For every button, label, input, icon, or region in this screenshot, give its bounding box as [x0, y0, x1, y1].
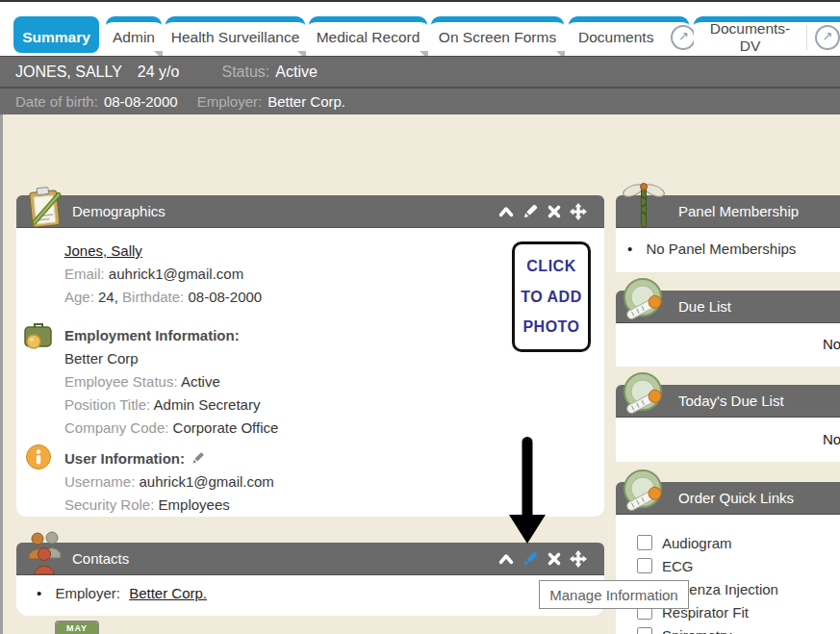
panel-title: Demographics: [72, 203, 165, 219]
contact-employer-label: Employer:: [55, 585, 120, 601]
username-value: auhrick1@gmail.com: [140, 473, 274, 490]
no-panel-memberships-text: No Panel Memberships: [646, 241, 796, 257]
tab-health-surveillance[interactable]: Health Surveillance: [165, 16, 305, 53]
checkbox-spirometry[interactable]: [637, 627, 652, 634]
contacts-header-actions: [497, 550, 587, 568]
manage-information-tooltip: Manage Information: [539, 580, 689, 609]
employer-value: Better Corp.: [267, 93, 345, 110]
quick-link-label[interactable]: Audiogram: [662, 535, 732, 551]
bullet-icon: •: [627, 241, 632, 257]
tab-label: Medical Record: [317, 29, 420, 46]
caduceus-icon: [622, 181, 666, 229]
company-code-value: Corporate Office: [173, 419, 279, 436]
collapse-chevron-up-icon[interactable]: [497, 550, 515, 568]
employee-status-label: Employee Status:: [64, 373, 178, 390]
edit-user-pencil-icon[interactable]: [191, 451, 205, 466]
contacts-people-icon: [25, 530, 64, 574]
tab-medical-record[interactable]: Medical Record: [309, 16, 427, 53]
todays-due-list-partial-text: No: [823, 431, 840, 447]
panel-title: Due List: [678, 298, 731, 315]
quick-link-label[interactable]: ECG: [662, 558, 694, 574]
panel-title: Panel Membership: [678, 203, 799, 219]
quick-link-row: Spirometry: [637, 623, 840, 634]
panel-title: Order Quick Links: [678, 490, 794, 506]
tab-label: Documents-DV: [694, 20, 806, 55]
dob-label: Date of birth:: [15, 93, 98, 110]
checkbox-ecg[interactable]: [637, 558, 652, 573]
patient-detail-bar: Date of birth: 08-08-2000 Employer: Bett…: [0, 89, 840, 114]
left-edge-strip: [0, 114, 3, 634]
age-label: Age:: [64, 289, 94, 305]
employment-section-title: Employment Information:: [64, 327, 240, 343]
tab-label: On Screen Forms: [439, 29, 556, 46]
calendar-month-label: MAY: [57, 622, 97, 634]
tab-admin[interactable]: Admin: [106, 16, 162, 53]
status-label: Status:: [221, 63, 269, 81]
checkbox-audiogram[interactable]: [637, 535, 652, 550]
user-section-title: User Information:: [64, 450, 185, 467]
quick-link-row: ECG: [637, 554, 840, 577]
username-label: Username:: [64, 473, 135, 490]
thermometer-wreath-icon: [620, 369, 666, 419]
order-quick-links-body: Audiogram ECG Influenza Injection Respir…: [616, 515, 840, 634]
pointer-arrow-cursor: [508, 437, 547, 545]
info-icon: [25, 444, 52, 470]
birthdate-label: Birthdate:: [122, 289, 184, 305]
age-value: 24,: [98, 289, 118, 305]
company-code-label: Company Code:: [64, 419, 168, 436]
employer-label: Employer:: [197, 93, 263, 110]
due-list-body: No: [616, 323, 840, 367]
tab-label: Summary: [22, 29, 90, 46]
todays-due-list-body: No: [616, 418, 840, 462]
contact-employer-link[interactable]: Better Corp.: [129, 585, 207, 601]
demographics-header-actions: [497, 203, 587, 220]
edit-pencil-icon-hovered[interactable]: [522, 550, 539, 568]
tab-documents[interactable]: Documents ↗: [569, 16, 689, 53]
panel-membership-body: • No Panel Memberships: [616, 228, 840, 272]
app-window: Summary Admin Health Surveillance Medica…: [0, 0, 840, 634]
employer-name: Better Corp: [64, 350, 139, 367]
panel-title: Contacts: [72, 550, 129, 567]
tab-divider: [806, 25, 807, 50]
status-value: Active: [275, 63, 318, 81]
tab-on-screen-forms[interactable]: On Screen Forms: [431, 16, 564, 53]
add-photo-button[interactable]: CLICK TO ADD PHOTO: [512, 241, 591, 352]
email-value: auhrick1@gmail.com: [109, 266, 243, 282]
tab-label: Admin: [113, 29, 155, 46]
collapse-chevron-up-icon[interactable]: [497, 203, 515, 220]
position-title-value: Admin Secretary: [154, 396, 261, 413]
thermometer-wreath-icon: [620, 275, 666, 325]
close-icon[interactable]: [546, 203, 563, 220]
close-icon[interactable]: [546, 550, 563, 568]
move-icon[interactable]: [570, 550, 587, 568]
position-title-label: Position Title:: [64, 396, 150, 413]
clipboard-icon: [23, 183, 65, 229]
dob-value: 08-08-2000: [104, 93, 178, 110]
external-link-icon[interactable]: ↗: [815, 25, 840, 50]
quick-link-label[interactable]: Spirometry: [662, 627, 732, 634]
patient-name: JONES, SALLY: [15, 63, 122, 81]
tab-summary[interactable]: Summary: [13, 16, 99, 53]
email-label: Email:: [64, 266, 105, 282]
patient-summary-bar: JONES, SALLY 24 y/o Status: Active: [0, 56, 840, 87]
birthdate-value: 08-08-2000: [188, 289, 262, 305]
patient-name-link[interactable]: Jones, Sally: [64, 242, 142, 259]
move-icon[interactable]: [570, 203, 587, 220]
tab-label: Documents: [569, 29, 663, 46]
photo-text-line: CLICK: [526, 258, 575, 275]
photo-text-line: PHOTO: [522, 318, 579, 336]
photo-text-line: TO ADD: [521, 289, 581, 306]
due-list-partial-text: No: [823, 336, 840, 352]
tab-label: Health Surveillance: [171, 29, 300, 46]
employee-status-value: Active: [181, 373, 220, 390]
security-role-label: Security Role:: [64, 496, 154, 513]
tab-documents-dv[interactable]: Documents-DV ↗: [694, 16, 840, 53]
patient-age: 24 y/o: [138, 63, 180, 81]
external-link-icon[interactable]: ↗: [671, 25, 696, 50]
tooltip-text: Manage Information: [549, 587, 677, 603]
calendar-may-icon: MAY: [55, 621, 99, 634]
panel-title: Today's Due List: [678, 393, 784, 409]
edit-pencil-icon[interactable]: [522, 203, 539, 220]
bullet-icon: •: [37, 585, 41, 601]
thermometer-wreath-icon: [620, 467, 666, 517]
